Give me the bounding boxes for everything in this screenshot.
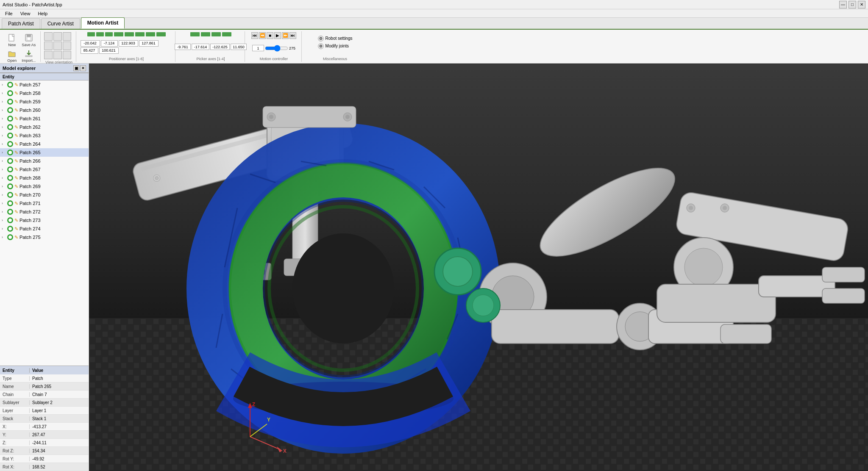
patch-name: Patch 257 (19, 82, 41, 87)
maximize-button[interactable]: □ (849, 1, 856, 8)
motion-input[interactable] (252, 45, 264, 51)
svg-rect-93 (263, 106, 356, 127)
picker-ctrl-4[interactable] (222, 32, 231, 36)
svg-text:Y: Y (267, 417, 270, 423)
picker-axis-2[interactable] (192, 44, 209, 50)
picker-axis-4[interactable] (231, 44, 247, 50)
green-ctrl-2[interactable] (96, 32, 104, 36)
patch-item-266[interactable]: › ✎ Patch 266 (0, 157, 89, 165)
prop-key: Z: (0, 441, 30, 445)
positioner-axis-6[interactable] (99, 47, 119, 54)
patch-item-272[interactable]: › ✎ Patch 272 (0, 208, 89, 216)
patch-item-273[interactable]: › ✎ Patch 273 (0, 216, 89, 224)
prop-row-rot-z-: Rot Z: 154.34 (0, 447, 89, 455)
toolbar-green-section: Positioner axes [1-6] (78, 31, 175, 62)
menu-view[interactable]: View (17, 10, 34, 17)
patch-item-269[interactable]: › ✎ Patch 269 (0, 182, 89, 191)
menu-file[interactable]: File (2, 10, 16, 17)
patch-item-265[interactable]: › ✎ Patch 265 (0, 148, 89, 157)
patch-chevron: › (2, 108, 6, 112)
entity-header: Entity (0, 73, 89, 80)
open-button[interactable]: Open (5, 48, 19, 64)
explorer-close-button[interactable]: ✕ (80, 65, 86, 71)
patch-item-261[interactable]: › ✎ Patch 261 (0, 114, 89, 123)
patch-item-264[interactable]: › ✎ Patch 264 (0, 140, 89, 148)
patch-item-274[interactable]: › ✎ Patch 274 (0, 224, 89, 233)
view-btn-8[interactable] (53, 51, 62, 59)
green-ctrl-6[interactable] (135, 32, 145, 36)
patch-list[interactable]: › ✎ Patch 257 › ✎ Patch 258 › ✎ Patch 25… (0, 80, 89, 366)
view-btn-2[interactable] (53, 32, 62, 41)
mc-stop[interactable]: ■ (267, 32, 273, 39)
picker-axis-3[interactable] (210, 44, 230, 50)
patch-chevron: › (2, 83, 6, 87)
green-ctrl-5[interactable] (125, 32, 134, 36)
positioner-axis-3[interactable] (119, 40, 138, 47)
minimize-button[interactable]: — (839, 1, 847, 8)
import-button[interactable]: Import... (20, 48, 37, 64)
view-btn-9[interactable] (63, 51, 71, 59)
view-btn-3[interactable] (63, 32, 71, 41)
patch-visible-icon (7, 150, 13, 155)
patch-item-275[interactable]: › ✎ Patch 275 (0, 233, 89, 241)
patch-item-262[interactable]: › ✎ Patch 262 (0, 123, 89, 131)
patch-item-257[interactable]: › ✎ Patch 257 (0, 80, 89, 89)
positioner-axis-5[interactable] (81, 47, 98, 54)
motion-slider[interactable] (265, 46, 288, 51)
green-ctrl-1[interactable] (87, 32, 95, 36)
tab-motion-artist[interactable]: Motion Artist (81, 17, 125, 29)
patch-item-271[interactable]: › ✎ Patch 271 (0, 199, 89, 208)
green-ctrl-7[interactable] (146, 32, 155, 36)
green-ctrl-8[interactable] (156, 32, 166, 36)
patch-item-267[interactable]: › ✎ Patch 267 (0, 165, 89, 174)
patch-item-263[interactable]: › ✎ Patch 263 (0, 131, 89, 140)
positioner-axis-4[interactable] (139, 40, 159, 47)
picker-ctrl-2[interactable] (201, 32, 210, 36)
mc-fast-fwd[interactable]: ⏩ (282, 32, 289, 39)
prop-val: -49.92 (30, 457, 89, 461)
view-btn-6[interactable] (63, 42, 71, 50)
svg-text:Z: Z (252, 402, 255, 407)
prop-val: 267.47 (30, 432, 89, 437)
patch-visible-icon (7, 82, 13, 88)
tab-patch-artist[interactable]: Patch Artist (2, 18, 40, 29)
mc-play[interactable]: ▶ (274, 32, 281, 39)
view-btn-4[interactable] (44, 42, 53, 50)
viewport[interactable]: Z X Y (89, 64, 868, 471)
view-btn-7[interactable] (44, 51, 53, 59)
positioner-section-label: Positioner axes [1-6] (109, 57, 144, 61)
close-button[interactable]: ✕ (858, 1, 865, 8)
picker-ctrl-1[interactable] (190, 32, 200, 36)
picker-ctrl-3[interactable] (211, 32, 221, 36)
green-ctrl-3[interactable] (105, 32, 113, 36)
patch-item-268[interactable]: › ✎ Patch 268 (0, 174, 89, 182)
view-btn-5[interactable] (53, 42, 62, 50)
patch-item-260[interactable]: › ✎ Patch 260 (0, 106, 89, 114)
tab-curve-artist[interactable]: Curve Artist (41, 18, 80, 29)
prop-row-x-: X: -413.27 (0, 423, 89, 431)
picker-axis-1[interactable] (175, 44, 191, 50)
green-ctrl-4[interactable] (114, 32, 123, 36)
positioner-axis-2[interactable] (101, 40, 118, 47)
svg-point-82 (684, 248, 723, 286)
patch-item-259[interactable]: › ✎ Patch 259 (0, 97, 89, 106)
explorer-float-button[interactable]: ▣ (73, 65, 79, 71)
view-btn-1[interactable] (44, 32, 53, 41)
save-as-button[interactable]: Save As (20, 32, 37, 48)
modify-joints-button[interactable]: ⚙ Modify joints (318, 43, 349, 49)
positioner-axis-1[interactable] (81, 40, 100, 47)
prop-key: Layer (0, 408, 30, 413)
menu-help[interactable]: Help (34, 10, 51, 17)
new-button[interactable]: New (5, 32, 19, 48)
patch-visible-icon (7, 226, 13, 232)
mc-skip-back[interactable]: ⏮ (251, 32, 258, 39)
patch-chevron: › (2, 227, 6, 231)
robot-settings-button[interactable]: ⚙ Robot settings (318, 36, 353, 42)
mc-step-back[interactable]: ⏪ (259, 32, 266, 39)
mc-skip-fwd[interactable]: ⏭ (289, 32, 296, 39)
patch-item-270[interactable]: › ✎ Patch 270 (0, 191, 89, 199)
patch-item-258[interactable]: › ✎ Patch 258 (0, 89, 89, 97)
patch-name: Patch 263 (19, 133, 41, 138)
patch-visible-icon (7, 158, 13, 164)
prop-row-stack: Stack Stack 1 (0, 415, 89, 423)
